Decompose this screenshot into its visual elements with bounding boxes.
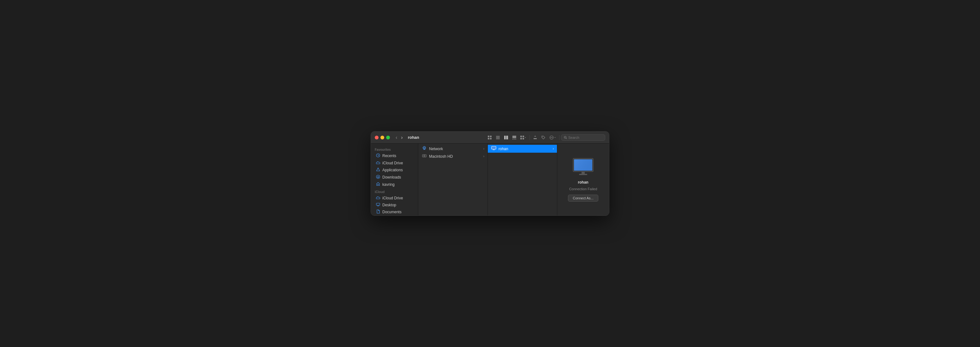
downloads-icon [375,175,380,180]
sidebar-item-kavring[interactable]: kavring [372,181,417,188]
documents-icon [375,209,380,214]
svg-rect-13 [515,139,516,139]
share-button[interactable] [531,135,539,141]
svg-rect-2 [488,138,489,139]
back-button[interactable]: ‹ [395,135,398,141]
search-input[interactable] [568,136,600,139]
svg-point-23 [564,136,566,138]
sidebar-label-downloads: Downloads [382,175,401,179]
favourites-label: Favourites [371,146,418,152]
svg-rect-10 [512,136,516,138]
kavring-icon [375,182,380,187]
icloud-drive-fav-icon [375,160,380,165]
preview-name: rohan [578,180,588,185]
search-bar[interactable] [561,135,605,141]
sidebar-label-recents: Recents [382,154,396,158]
minimize-button[interactable] [380,136,384,139]
macintosh-hd-icon [422,154,427,158]
window-title: rohan [408,135,419,140]
svg-rect-27 [376,203,380,205]
sidebar-label-kavring: kavring [382,182,395,187]
group-button[interactable] [519,135,528,140]
sidebar-item-documents[interactable]: Documents [372,209,417,215]
sidebar-item-icloud-drive[interactable]: iCloud Drive [372,195,417,201]
desktop-icon [375,203,380,207]
preview-status: Connection Failed [569,187,597,191]
column-arrow-macintosh: › [484,155,484,158]
navigation-buttons: ‹ › [395,135,404,141]
recents-icon [375,153,380,158]
applications-icon [375,168,380,173]
svg-rect-12 [514,139,515,139]
view-columns-button[interactable] [502,135,510,141]
sidebar-label-applications: Applications [382,168,403,172]
svg-point-21 [551,137,552,138]
column-item-network-label: Network [429,147,482,151]
svg-rect-41 [574,159,592,171]
icloud-drive-icon [375,196,380,200]
preview-panel: rohan Connection Failed Connect As... [557,144,609,215]
view-gallery-button[interactable] [511,135,518,141]
column-item-rohan-label: rohan [498,147,551,151]
column-item-network[interactable]: Network › [418,145,487,153]
forward-button[interactable]: › [400,135,404,141]
sidebar-item-icloud-drive-fav[interactable]: iCloud Drive [372,160,417,166]
sidebar-item-applications[interactable]: Applications [372,166,417,173]
svg-rect-11 [512,139,513,139]
svg-point-18 [542,136,543,137]
title-bar: ‹ › rohan [371,132,609,144]
svg-rect-7 [504,136,505,139]
svg-rect-43 [579,174,587,175]
view-icon-grid-button[interactable] [486,135,493,141]
sidebar-label-icloud-fav: iCloud Drive [382,161,403,165]
svg-rect-1 [490,136,492,137]
svg-rect-16 [520,138,522,139]
column-item-rohan[interactable]: rohan › [488,145,557,153]
rohan-computer-icon [491,146,496,151]
monitor-icon [572,157,594,177]
svg-rect-9 [507,136,508,139]
sidebar-item-downloads[interactable]: Downloads [372,174,417,181]
icloud-label: iCloud [371,189,418,194]
column-arrow-network: › [484,147,484,151]
svg-point-36 [424,155,425,156]
svg-rect-17 [522,138,524,139]
sidebar-label-icloud-drive: iCloud Drive [382,196,403,200]
svg-rect-6 [496,138,500,139]
sidebar-label-documents: Documents [382,210,402,214]
svg-point-22 [552,137,553,138]
sidebar: Favourites Recents iCloud Drive [371,144,418,215]
close-button[interactable] [375,136,379,139]
tag-button[interactable] [539,135,547,141]
svg-rect-14 [520,136,522,137]
maximize-button[interactable] [386,136,390,139]
sidebar-label-desktop: Desktop [382,203,396,207]
more-actions-button[interactable] [548,135,558,141]
title-bar-center: ‹ › rohan [395,135,605,141]
sidebar-item-desktop[interactable]: Desktop [372,201,417,208]
column-1: Network › Macintosh HD › [418,144,488,215]
svg-point-20 [550,137,551,138]
column-item-macintosh-label: Macintosh HD [429,154,482,158]
column-2: rohan › [488,144,557,215]
svg-rect-8 [506,136,507,139]
column-item-macintosh-hd[interactable]: Macintosh HD › [418,153,487,160]
preview-content: rohan Connection Failed Connect As... [568,157,598,201]
toolbar-icons [486,135,605,141]
svg-rect-0 [488,136,489,137]
svg-rect-3 [490,138,492,139]
svg-line-24 [566,138,567,139]
connect-as-button[interactable]: Connect As... [568,195,598,201]
svg-rect-4 [496,136,500,136]
view-list-button[interactable] [494,135,502,141]
network-icon [422,146,427,151]
svg-rect-38 [492,147,496,149]
svg-rect-5 [496,137,500,138]
svg-rect-42 [582,172,585,174]
column-arrow-rohan: › [553,147,554,151]
svg-rect-15 [522,136,524,137]
main-content: Favourites Recents iCloud Drive [371,144,609,215]
finder-window: ‹ › rohan [371,131,609,216]
sidebar-item-recents[interactable]: Recents [372,152,417,159]
